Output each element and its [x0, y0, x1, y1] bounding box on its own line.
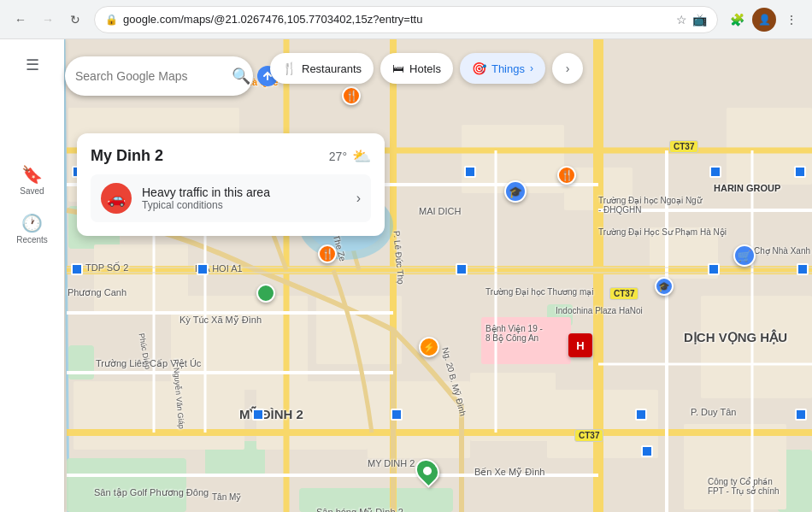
traffic-subtitle: Typical conditions — [142, 199, 346, 211]
weather-icon: ⛅ — [352, 147, 371, 166]
weather-info: 27° ⛅ — [329, 147, 371, 166]
url-text: google.com/maps/@21.0267476,105.7703402,… — [123, 13, 671, 26]
map-label-duytан: P. Duy Tân — [691, 407, 736, 417]
svg-rect-1 — [67, 458, 186, 512]
things-icon: 🎯 — [472, 62, 486, 75]
pill-restaurants-label: Restaurants — [302, 62, 362, 75]
marker-bus-8 — [456, 263, 468, 275]
marker-restaurant-3[interactable]: 🍴 — [557, 166, 576, 185]
map-label-chonhaxanh: Chợ Nhà Xanh — [754, 246, 810, 256]
marker-restaurant-2[interactable]: 🍴 — [342, 86, 361, 105]
map-container[interactable]: ☰ 🔖 Saved 🕐 Recents 🔍 🍴 Restaurants 🛏 — [0, 39, 812, 512]
road-tag-ct37-2: CT37 — [609, 287, 638, 300]
cast-icon[interactable]: 📺 — [692, 13, 707, 26]
pill-hotels[interactable]: 🛏 Hotels — [380, 53, 453, 84]
sidebar-item-saved[interactable]: 🔖 Saved — [0, 157, 64, 203]
map-background — [0, 39, 812, 512]
nav-buttons: ← → ↻ — [9, 8, 87, 32]
road-tag-ct37-1: CT37 — [669, 140, 698, 153]
marker-bus-10 — [797, 263, 809, 275]
back-button[interactable]: ← — [9, 8, 32, 32]
map-label-ngoaingu: Trường Đại học Ngoại Ngữ- ĐHQGHN — [598, 196, 702, 215]
extensions-button[interactable]: 🧩 — [725, 8, 749, 32]
menu-button[interactable]: ☰ — [15, 48, 50, 82]
map-label-mydinh2-sm: MY DINH 2 — [368, 458, 415, 468]
marker-bus-4 — [709, 166, 721, 178]
svg-rect-23 — [684, 424, 786, 509]
marker-college-1[interactable]: 🎓 — [504, 180, 527, 203]
sidebar-item-recents[interactable]: 🕐 Recents — [0, 206, 64, 251]
marker-shop-1[interactable]: 🛒 — [733, 244, 756, 267]
map-label-phuongcanh: Phương Canh — [68, 287, 127, 298]
map-label-sanbong: Sân bóng Mỹ Đình 2 — [316, 507, 403, 512]
more-button[interactable]: ⋮ — [780, 8, 803, 32]
map-label-kytuc: Kỳ Túc Xã Mỹ Đình — [179, 315, 262, 326]
pill-things-label: Things — [491, 62, 525, 75]
map-label-mydinh2-large: MỸ ĐÌNH 2 — [239, 407, 303, 422]
map-label-thuongmai: Trường Đại học Thương mại — [485, 287, 593, 297]
marker-bus-12 — [391, 409, 403, 421]
marker-orange-1[interactable]: ⚡ — [419, 337, 439, 357]
map-label-indochina: Indochina Plaza HaNoi — [556, 306, 643, 315]
map-label-maidich: MAI DICH — [419, 206, 462, 216]
marker-bus-13 — [635, 409, 647, 421]
secure-icon: 🔒 — [105, 14, 118, 26]
marker-green-1[interactable] — [256, 284, 275, 303]
marker-bus-6 — [71, 263, 83, 275]
marker-hospital-1[interactable]: H — [568, 333, 592, 357]
traffic-info: Heavy traffic in this area Typical condi… — [142, 185, 346, 211]
profile-button[interactable]: 👤 — [752, 8, 776, 32]
svg-rect-21 — [701, 296, 812, 398]
marker-bus-3 — [464, 166, 476, 178]
bookmark-icon: 🔖 — [21, 164, 43, 185]
marker-green-2[interactable] — [416, 458, 438, 484]
traffic-title: Heavy traffic in this area — [142, 185, 346, 199]
marker-restaurant-1[interactable]: 🍴 — [318, 244, 337, 263]
chevron-right-icon: › — [356, 191, 361, 206]
address-bar[interactable]: 🔒 google.com/maps/@21.0267476,105.770340… — [94, 6, 718, 33]
chevron-right-icon: › — [530, 62, 533, 74]
restaurant-icon: 🍴 — [282, 62, 297, 75]
marker-bus-5 — [794, 166, 806, 178]
category-pills: 🍴 Restaurants 🛏 Hotels 🎯 Things › › — [270, 53, 583, 84]
left-sidebar: ☰ 🔖 Saved 🕐 Recents — [0, 39, 64, 512]
marker-bus-7 — [197, 263, 209, 275]
info-card: My Dinh 2 27° ⛅ 🚗 Heavy traffic in this … — [77, 133, 385, 236]
clock-icon: 🕐 — [21, 213, 43, 233]
map-label-fpt: Công ty Cổ phầnFPT - Trụ sở chính — [708, 477, 780, 496]
map-label-benhvien: Bệnh Viện 19 -8 Bộ Công An — [485, 324, 543, 343]
location-title: My Dinh 2 — [91, 147, 163, 165]
marker-bus-9 — [708, 263, 720, 275]
hotel-icon: 🛏 — [392, 62, 404, 75]
forward-button[interactable]: → — [36, 8, 60, 32]
map-label-tanmy: Tân Mỹ — [212, 492, 241, 502]
search-input[interactable] — [75, 69, 225, 83]
pill-restaurants[interactable]: 🍴 Restaurants — [270, 53, 374, 84]
marker-bus-11 — [252, 409, 264, 421]
traffic-row[interactable]: 🚗 Heavy traffic in this area Typical con… — [91, 174, 371, 222]
map-label-dichvong: DỊCH VỌNG HẬU — [684, 330, 787, 345]
recents-label: Recents — [16, 235, 48, 244]
saved-label: Saved — [20, 186, 44, 196]
marker-college-2[interactable]: 🎓 — [655, 277, 674, 296]
search-button[interactable]: 🔍 — [232, 67, 250, 85]
marker-bus-14 — [795, 409, 807, 421]
traffic-icon: 🚗 — [101, 183, 132, 214]
avatar: 👤 — [752, 8, 776, 32]
marker-bus-15 — [641, 445, 653, 457]
map-label-benxe: Bến Xe Mỹ Đình — [474, 467, 544, 478]
reload-button[interactable]: ↻ — [63, 8, 87, 32]
bookmark-icon[interactable]: ☆ — [676, 13, 687, 26]
map-label-supham: Trường Đại Học Sư Phạm Hà Nội — [598, 227, 727, 237]
map-label-golf: Sân tập Golf Phương Đông — [94, 487, 209, 498]
pill-things[interactable]: 🎯 Things › — [460, 53, 545, 84]
temperature: 27° — [329, 150, 347, 163]
browser-chrome: ← → ↻ 🔒 google.com/maps/@21.0267476,105.… — [0, 0, 812, 39]
more-button[interactable]: › — [552, 53, 583, 84]
info-card-header: My Dinh 2 27° ⛅ — [91, 147, 371, 166]
map-label-tdp: TDP SỐ 2 — [85, 262, 128, 274]
svg-rect-10 — [74, 381, 244, 450]
search-box[interactable]: 🔍 — [65, 56, 253, 96]
pill-hotels-label: Hotels — [409, 62, 441, 75]
browser-actions: 🧩 👤 ⋮ — [725, 8, 803, 32]
